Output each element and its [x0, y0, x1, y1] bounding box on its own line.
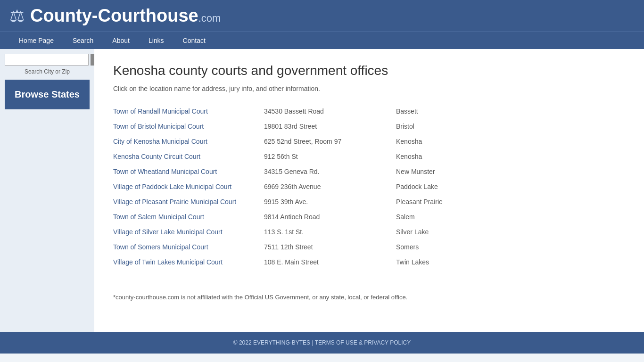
court-city: Bassett [396, 104, 625, 119]
court-city: Silver Lake [396, 224, 625, 239]
table-row: Village of Silver Lake Municipal Court11… [113, 224, 625, 239]
logo-icon: ⚖ [9, 6, 25, 26]
page-title: Kenosha county courts and government off… [113, 63, 625, 78]
court-address: 108 E. Main Street [264, 255, 396, 270]
court-address: 9814 Antioch Road [264, 209, 396, 224]
content-wrapper: GO Search City or Zip Browse States Keno… [0, 49, 644, 332]
search-label: Search City or Zip [5, 68, 90, 75]
court-city: Pleasant Prairie [396, 194, 625, 209]
table-row: Town of Bristol Municipal Court19801 83r… [113, 119, 625, 134]
section-divider [113, 284, 625, 284]
court-city: Bristol [396, 119, 625, 134]
search-input[interactable] [5, 54, 89, 66]
court-link[interactable]: Town of Salem Municipal Court [113, 213, 204, 221]
browse-states-button[interactable]: Browse States [5, 80, 90, 109]
footer-text: © 2022 EVERYTHING-BYTES | TERMS OF USE &… [233, 339, 411, 346]
logo-text: County-Courthouse.com [30, 6, 221, 26]
logo-com: .com [198, 12, 221, 24]
court-city: Kenosha [396, 134, 625, 149]
disclaimer-text: *county-courthouse.com is not affiliated… [113, 294, 625, 301]
table-row: Town of Somers Municipal Court7511 12th … [113, 239, 625, 255]
table-row: Town of Salem Municipal Court9814 Antioc… [113, 209, 625, 224]
nav-about[interactable]: About [103, 32, 139, 49]
court-address: 9915 39th Ave. [264, 194, 396, 209]
court-city: Paddock Lake [396, 179, 625, 194]
table-row: Village of Pleasant Prairie Municipal Co… [113, 194, 625, 209]
nav-search[interactable]: Search [63, 32, 103, 49]
table-row: Kenosha County Circuit Court912 56th StK… [113, 149, 625, 164]
table-row: Town of Randall Municipal Court34530 Bas… [113, 104, 625, 119]
court-link[interactable]: Village of Twin Lakes Municipal Court [113, 258, 223, 266]
court-link[interactable]: Town of Somers Municipal Court [113, 243, 208, 251]
main-content: Kenosha county courts and government off… [94, 49, 644, 332]
court-link[interactable]: Village of Pleasant Prairie Municipal Co… [113, 198, 236, 206]
court-address: 19801 83rd Street [264, 119, 396, 134]
court-link[interactable]: Village of Paddock Lake Municipal Court [113, 183, 231, 190]
nav-links[interactable]: Links [139, 32, 173, 49]
page-subtitle: Click on the location name for address, … [113, 85, 625, 92]
sidebar: GO Search City or Zip Browse States [0, 49, 94, 332]
logo-main: County-Courthouse [30, 6, 198, 25]
court-address: 34530 Bassett Road [264, 104, 396, 119]
court-address: 113 S. 1st St. [264, 224, 396, 239]
court-address: 34315 Geneva Rd. [264, 164, 396, 179]
court-address: 6969 236th Avenue [264, 179, 396, 194]
table-row: Town of Wheatland Municipal Court34315 G… [113, 164, 625, 179]
court-address: 625 52nd Street, Room 97 [264, 134, 396, 149]
court-link[interactable]: City of Kenosha Municipal Court [113, 138, 207, 145]
table-row: City of Kenosha Municipal Court625 52nd … [113, 134, 625, 149]
court-link[interactable]: Kenosha County Circuit Court [113, 153, 200, 160]
search-box: GO [5, 54, 90, 66]
court-city: New Munster [396, 164, 625, 179]
court-city: Kenosha [396, 149, 625, 164]
court-link[interactable]: Town of Wheatland Municipal Court [113, 168, 217, 175]
site-footer: © 2022 EVERYTHING-BYTES | TERMS OF USE &… [0, 332, 644, 354]
court-city: Twin Lakes [396, 255, 625, 270]
court-link[interactable]: Town of Randall Municipal Court [113, 107, 208, 115]
table-row: Village of Paddock Lake Municipal Court6… [113, 179, 625, 194]
court-link[interactable]: Town of Bristol Municipal Court [113, 123, 204, 130]
courts-table: Town of Randall Municipal Court34530 Bas… [113, 104, 625, 270]
nav-home[interactable]: Home Page [9, 32, 63, 49]
court-city: Somers [396, 239, 625, 255]
table-row: Village of Twin Lakes Municipal Court108… [113, 255, 625, 270]
court-address: 7511 12th Street [264, 239, 396, 255]
courts-tbody: Town of Randall Municipal Court34530 Bas… [113, 104, 625, 270]
court-city: Salem [396, 209, 625, 224]
court-address: 912 56th St [264, 149, 396, 164]
court-link[interactable]: Village of Silver Lake Municipal Court [113, 228, 223, 236]
main-nav: Home Page Search About Links Contact [0, 32, 644, 49]
nav-contact[interactable]: Contact [173, 32, 215, 49]
site-header: ⚖ County-Courthouse.com [0, 0, 644, 32]
